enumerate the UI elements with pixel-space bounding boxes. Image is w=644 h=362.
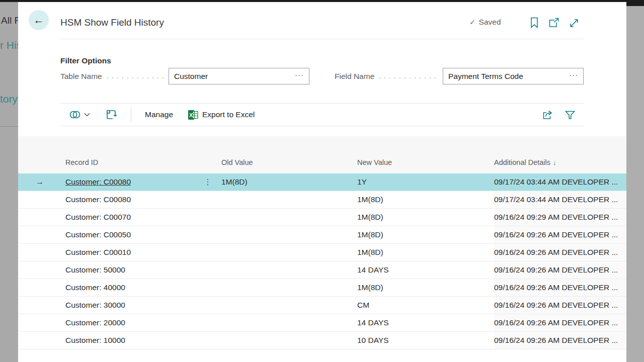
- dotted-leader: [107, 77, 164, 78]
- table-row[interactable]: Customer: 10000 10 DAYS 09/16/24 09:26 A…: [18, 332, 626, 349]
- views-icon: [68, 109, 82, 121]
- background-link-fragment: r His: [0, 39, 18, 51]
- background-text-fragment: All R: [1, 15, 18, 26]
- background-link-fragment: tory: [0, 93, 18, 105]
- new-value-cell: 1M(8D): [357, 279, 491, 296]
- record-id-cell[interactable]: Customer: 20000: [65, 314, 201, 331]
- bookmark-icon[interactable]: [529, 17, 540, 29]
- table-name-value[interactable]: Customer: [169, 72, 293, 81]
- table-name-input[interactable]: Customer ···: [169, 68, 309, 84]
- save-status-label: Saved: [479, 18, 501, 27]
- table-row[interactable]: → Customer: C00080 ⋮ 1M(8D) 1Y 09/17/24 …: [18, 173, 626, 191]
- additional-details-cell: 09/16/24 09:29 AM DEVELOPER ...: [494, 209, 625, 226]
- export-to-excel-label: Export to Excel: [202, 110, 255, 119]
- column-header-new-value[interactable]: New Value: [357, 158, 392, 166]
- new-value-cell: 1M(8D): [357, 226, 491, 243]
- table-name-label: Table Name: [60, 72, 102, 81]
- back-arrow-icon: ←: [34, 14, 44, 26]
- new-value-cell: 10 DAYS: [357, 332, 491, 349]
- table-header: Record ID Old Value New Value Additional…: [18, 136, 626, 173]
- table-row[interactable]: Customer: 50000 14 DAYS 09/16/24 09:26 A…: [18, 261, 626, 279]
- new-value-cell: CM: [357, 297, 491, 314]
- table-row[interactable]: Customer: C00010 1M(8D) 09/16/24 09:26 A…: [18, 244, 626, 261]
- active-row-arrow-icon: →: [33, 173, 46, 191]
- additional-details-cell: 09/17/24 03:44 AM DEVELOPER ...: [494, 173, 625, 191]
- share-button[interactable]: [542, 110, 553, 120]
- field-name-value[interactable]: Payment Terms Code: [443, 72, 567, 81]
- record-id-link[interactable]: Customer: C00080: [65, 173, 201, 191]
- sort-descending-icon: ↓: [553, 159, 556, 166]
- field-history-dialog: ← HSM Show Field History ✓ Saved Filter …: [18, 2, 626, 362]
- additional-details-cell: 09/16/24 09:26 AM DEVELOPER ...: [494, 261, 625, 279]
- table-row[interactable]: Customer: 20000 14 DAYS 09/16/24 09:26 A…: [18, 314, 626, 332]
- filter-button[interactable]: [565, 110, 576, 120]
- views-menu-button[interactable]: [68, 109, 91, 121]
- export-to-excel-button[interactable]: X Export to Excel: [188, 110, 255, 120]
- switch-layout-button[interactable]: [106, 109, 117, 120]
- record-id-cell[interactable]: Customer: C00010: [65, 244, 201, 261]
- manage-menu-button[interactable]: Manage: [145, 110, 173, 119]
- record-id-cell[interactable]: Customer: 40000: [65, 279, 201, 296]
- additional-details-cell: 09/16/24 09:26 AM DEVELOPER ...: [494, 244, 625, 261]
- table-body: → Customer: C00080 ⋮ 1M(8D) 1Y 09/17/24 …: [18, 173, 626, 349]
- column-header-old-value[interactable]: Old Value: [221, 158, 253, 166]
- record-id-cell[interactable]: Customer: C00080: [65, 191, 201, 208]
- header-divider: [60, 39, 584, 39]
- field-name-lookup-button[interactable]: ···: [567, 70, 583, 82]
- new-value-cell: 1M(8D): [357, 244, 491, 261]
- field-name-field-row: Field Name Payment Terms Code ···: [335, 68, 584, 84]
- check-icon: ✓: [469, 18, 476, 27]
- column-header-record-id[interactable]: Record ID: [65, 158, 98, 166]
- back-button[interactable]: ←: [29, 10, 49, 30]
- table-name-lookup-button[interactable]: ···: [293, 70, 309, 82]
- new-value-cell: 14 DAYS: [357, 261, 491, 279]
- toolbar-separator: [131, 108, 131, 122]
- row-context-menu-icon[interactable]: ⋮: [201, 173, 214, 191]
- table-row[interactable]: Customer: C00050 1M(8D) 09/16/24 09:26 A…: [18, 226, 626, 244]
- column-header-additional-details[interactable]: Additional Details↓: [494, 158, 556, 166]
- record-id-cell[interactable]: Customer: C00050: [65, 226, 201, 243]
- layout-icon: [106, 109, 117, 120]
- expand-page-icon[interactable]: [569, 17, 580, 29]
- new-value-cell: 14 DAYS: [357, 314, 491, 331]
- table-name-field-row: Table Name Customer ···: [60, 68, 309, 84]
- old-value-cell: 1M(8D): [221, 173, 354, 191]
- dotted-leader: [379, 77, 438, 78]
- svg-text:X: X: [189, 112, 193, 118]
- table-row[interactable]: Customer: 30000 CM 09/16/24 09:26 AM DEV…: [18, 297, 626, 314]
- additional-details-cell: 09/16/24 09:26 AM DEVELOPER ...: [494, 297, 625, 314]
- field-name-input[interactable]: Payment Terms Code ···: [443, 68, 584, 84]
- additional-details-cell: 09/16/24 09:26 AM DEVELOPER ...: [494, 332, 625, 349]
- additional-details-cell: 09/16/24 09:26 AM DEVELOPER ...: [494, 279, 625, 296]
- additional-details-cell: 09/17/24 03:44 AM DEVELOPER ...: [494, 191, 625, 208]
- dimmed-background-right: [626, 6, 644, 362]
- background-divider: [0, 126, 18, 127]
- list-toolbar: Manage X Export to Excel: [60, 103, 584, 126]
- filter-icon: [565, 110, 576, 120]
- filter-options-heading: Filter Options: [60, 56, 111, 65]
- save-status: ✓ Saved: [469, 18, 501, 27]
- table-row[interactable]: Customer: 40000 1M(8D) 09/16/24 09:26 AM…: [18, 279, 626, 297]
- new-value-cell: 1M(8D): [357, 191, 491, 208]
- chevron-down-icon: [84, 112, 91, 117]
- additional-details-cell: 09/16/24 09:26 AM DEVELOPER ...: [494, 226, 625, 243]
- excel-icon: X: [188, 110, 198, 120]
- page-title: HSM Show Field History: [60, 17, 164, 28]
- share-icon: [542, 110, 553, 120]
- record-id-cell[interactable]: Customer: 10000: [65, 332, 201, 349]
- dimmed-background-left: All R r His tory: [0, 2, 18, 362]
- field-name-label: Field Name: [335, 72, 374, 81]
- record-id-cell[interactable]: Customer: 50000: [65, 261, 201, 279]
- top-black-bar-right: [626, 0, 644, 6]
- new-value-cell: 1Y: [357, 173, 491, 191]
- record-id-cell[interactable]: Customer: 30000: [65, 297, 201, 314]
- record-id-cell[interactable]: Customer: C00070: [65, 209, 201, 226]
- open-in-new-window-icon[interactable]: [548, 18, 559, 30]
- table-row[interactable]: Customer: C00080 1M(8D) 09/17/24 03:44 A…: [18, 191, 626, 209]
- table-row[interactable]: Customer: C00070 1M(8D) 09/16/24 09:29 A…: [18, 209, 626, 226]
- new-value-cell: 1M(8D): [357, 209, 491, 226]
- additional-details-cell: 09/16/24 09:26 AM DEVELOPER ...: [494, 314, 625, 331]
